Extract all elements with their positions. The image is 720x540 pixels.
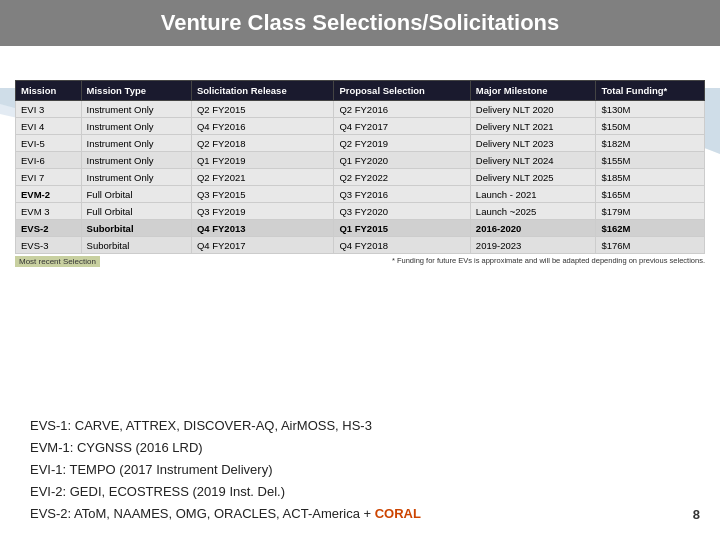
table-cell: Q3 FY2020: [334, 203, 470, 220]
table-cell: EVI 4: [16, 118, 82, 135]
table-row: EVS-2SuborbitalQ4 FY2013Q1 FY20152016-20…: [16, 220, 705, 237]
table-cell: Instrument Only: [81, 169, 191, 186]
col-proposal: Proposal Selection: [334, 81, 470, 101]
table-cell: $130M: [596, 101, 705, 118]
table-cell: Q4 FY2013: [191, 220, 333, 237]
table-footer: Most recent Selection * Funding for futu…: [15, 256, 705, 267]
table-cell: EVS-2: [16, 220, 82, 237]
table-cell: Delivery NLT 2020: [470, 101, 596, 118]
col-funding: Total Funding*: [596, 81, 705, 101]
table-row: EVI 4Instrument OnlyQ4 FY2016Q4 FY2017De…: [16, 118, 705, 135]
table-row: EVI 7Instrument OnlyQ2 FY2021Q2 FY2022De…: [16, 169, 705, 186]
table-cell: Full Orbital: [81, 186, 191, 203]
table-cell: $182M: [596, 135, 705, 152]
table-container: Mission Mission Type Solicitation Releas…: [15, 80, 705, 267]
footer-left: Most recent Selection: [15, 256, 100, 267]
table-cell: Q3 FY2019: [191, 203, 333, 220]
table-cell: $150M: [596, 118, 705, 135]
page-title: Venture Class Selections/Solicitations: [20, 10, 700, 36]
venture-table: Mission Mission Type Solicitation Releas…: [15, 80, 705, 254]
col-milestone: Major Milestone: [470, 81, 596, 101]
table-cell: Instrument Only: [81, 135, 191, 152]
table-cell: Delivery NLT 2023: [470, 135, 596, 152]
table-header-row: Mission Mission Type Solicitation Releas…: [16, 81, 705, 101]
bottom-text-section: EVS-1: CARVE, ATTREX, DISCOVER-AQ, AirMO…: [30, 415, 690, 525]
table-row: EVI-5Instrument OnlyQ2 FY2018Q2 FY2019De…: [16, 135, 705, 152]
table-cell: EVM-2: [16, 186, 82, 203]
table-cell: Q3 FY2015: [191, 186, 333, 203]
table-cell: Suborbital: [81, 220, 191, 237]
table-cell: 2016-2020: [470, 220, 596, 237]
table-cell: Delivery NLT 2024: [470, 152, 596, 169]
bottom-line-2: EVM-1: CYGNSS (2016 LRD): [30, 437, 690, 459]
table-cell: Instrument Only: [81, 118, 191, 135]
table-cell: Instrument Only: [81, 152, 191, 169]
coral-text: CORAL: [375, 506, 421, 521]
bottom-line-5: EVS-2: AToM, NAAMES, OMG, ORACLES, ACT-A…: [30, 503, 690, 525]
table-cell: Q2 FY2021: [191, 169, 333, 186]
table-cell: Q1 FY2015: [334, 220, 470, 237]
table-cell: Q4 FY2016: [191, 118, 333, 135]
table-cell: Q2 FY2022: [334, 169, 470, 186]
table-row: EVS-3SuborbitalQ4 FY2017Q4 FY20182019-20…: [16, 237, 705, 254]
table-row: EVI 3Instrument OnlyQ2 FY2015Q2 FY2016De…: [16, 101, 705, 118]
table-cell: Instrument Only: [81, 101, 191, 118]
bottom-line-1: EVS-1: CARVE, ATTREX, DISCOVER-AQ, AirMO…: [30, 415, 690, 437]
table-cell: Launch ~2025: [470, 203, 596, 220]
table-cell: Q2 FY2018: [191, 135, 333, 152]
table-cell: Delivery NLT 2021: [470, 118, 596, 135]
table-cell: EVI-6: [16, 152, 82, 169]
table-cell: Suborbital: [81, 237, 191, 254]
table-cell: $162M: [596, 220, 705, 237]
table-cell: Q2 FY2019: [334, 135, 470, 152]
table-cell: Q3 FY2016: [334, 186, 470, 203]
page-header: Venture Class Selections/Solicitations: [0, 0, 720, 46]
table-cell: Q2 FY2016: [334, 101, 470, 118]
table-cell: 2019-2023: [470, 237, 596, 254]
table-cell: EVI 7: [16, 169, 82, 186]
col-mission-type: Mission Type: [81, 81, 191, 101]
col-solicitation: Solicitation Release: [191, 81, 333, 101]
table-cell: Q4 FY2017: [191, 237, 333, 254]
table-row: EVM-2Full OrbitalQ3 FY2015Q3 FY2016Launc…: [16, 186, 705, 203]
footer-right: * Funding for future EVs is approximate …: [392, 256, 705, 265]
table-cell: Full Orbital: [81, 203, 191, 220]
table-cell: $179M: [596, 203, 705, 220]
table-cell: Q4 FY2017: [334, 118, 470, 135]
table-row: EVM 3Full OrbitalQ3 FY2019Q3 FY2020Launc…: [16, 203, 705, 220]
table-cell: Q4 FY2018: [334, 237, 470, 254]
table-cell: Q2 FY2015: [191, 101, 333, 118]
table-cell: $176M: [596, 237, 705, 254]
table-cell: Launch - 2021: [470, 186, 596, 203]
page-number: 8: [693, 507, 700, 522]
table-cell: Q1 FY2020: [334, 152, 470, 169]
table-cell: Delivery NLT 2025: [470, 169, 596, 186]
col-mission: Mission: [16, 81, 82, 101]
bottom-line-3: EVI-1: TEMPO (2017 Instrument Delivery): [30, 459, 690, 481]
table-cell: $165M: [596, 186, 705, 203]
table-row: EVI-6Instrument OnlyQ1 FY2019Q1 FY2020De…: [16, 152, 705, 169]
table-cell: EVI 3: [16, 101, 82, 118]
table-cell: $155M: [596, 152, 705, 169]
table-cell: EVS-3: [16, 237, 82, 254]
table-cell: $185M: [596, 169, 705, 186]
table-cell: EVI-5: [16, 135, 82, 152]
table-cell: EVM 3: [16, 203, 82, 220]
bottom-line-4: EVI-2: GEDI, ECOSTRESS (2019 Inst. Del.): [30, 481, 690, 503]
table-cell: Q1 FY2019: [191, 152, 333, 169]
